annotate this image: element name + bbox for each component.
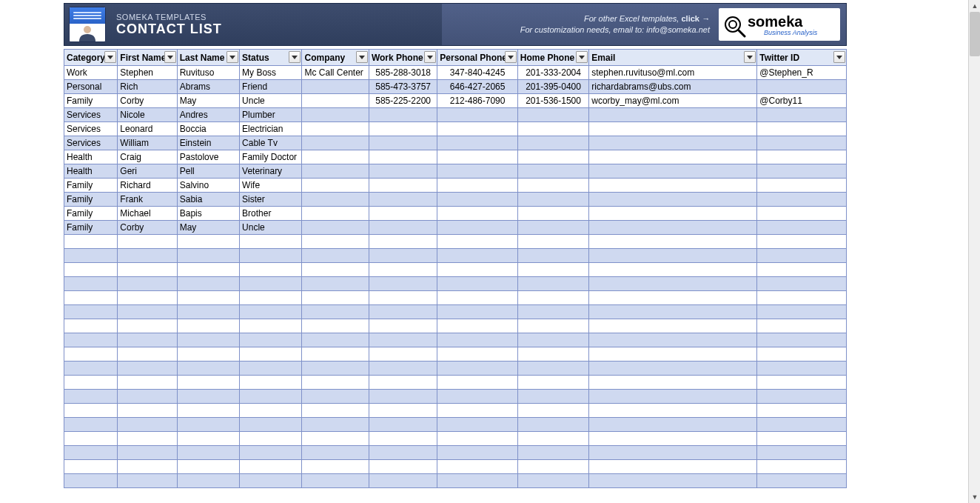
column-header-home_phone[interactable]: Home Phone xyxy=(517,50,588,66)
cell-personal_phone[interactable] xyxy=(437,446,518,460)
column-header-personal_phone[interactable]: Personal Phone xyxy=(437,50,518,66)
cell-home_phone[interactable] xyxy=(517,291,588,305)
cell-first_name[interactable] xyxy=(118,404,177,418)
cell-last_name[interactable] xyxy=(177,474,239,488)
cell-personal_phone[interactable] xyxy=(437,221,518,235)
cell-email[interactable] xyxy=(589,291,757,305)
filter-dropdown-icon[interactable] xyxy=(164,51,176,63)
table-row[interactable] xyxy=(64,390,847,404)
cell-status[interactable] xyxy=(240,263,302,277)
cell-email[interactable] xyxy=(589,404,757,418)
cell-home_phone[interactable]: 201-395-0400 xyxy=(517,80,588,94)
cell-work_phone[interactable] xyxy=(369,235,437,249)
cell-category[interactable]: Services xyxy=(64,108,118,122)
cell-home_phone[interactable]: 201-536-1500 xyxy=(517,94,588,108)
cell-status[interactable] xyxy=(240,249,302,263)
cell-company[interactable] xyxy=(302,179,369,193)
cell-last_name[interactable]: Pastolove xyxy=(177,150,239,164)
cell-first_name[interactable] xyxy=(118,460,177,474)
cell-home_phone[interactable] xyxy=(517,305,588,319)
cell-email[interactable] xyxy=(589,333,757,347)
cell-company[interactable] xyxy=(302,80,369,94)
cell-company[interactable] xyxy=(302,404,369,418)
cell-status[interactable]: Family Doctor xyxy=(240,150,302,164)
cell-home_phone[interactable] xyxy=(517,446,588,460)
cell-work_phone[interactable] xyxy=(369,362,437,376)
cell-email[interactable] xyxy=(589,362,757,376)
cell-company[interactable] xyxy=(302,207,369,221)
cell-email[interactable] xyxy=(589,221,757,235)
cell-company[interactable] xyxy=(302,460,369,474)
cell-category[interactable]: Family xyxy=(64,207,118,221)
table-row[interactable] xyxy=(64,362,847,376)
cell-last_name[interactable]: Salvino xyxy=(177,179,239,193)
filter-dropdown-icon[interactable] xyxy=(576,51,588,63)
cell-email[interactable]: wcorby_may@ml.com xyxy=(589,94,757,108)
cell-email[interactable] xyxy=(589,235,757,249)
cell-last_name[interactable] xyxy=(177,305,239,319)
cell-personal_phone[interactable] xyxy=(437,333,518,347)
cell-twitter[interactable] xyxy=(757,404,847,418)
cell-category[interactable] xyxy=(64,263,118,277)
cell-twitter[interactable] xyxy=(757,207,847,221)
cell-company[interactable] xyxy=(302,263,369,277)
cell-category[interactable] xyxy=(64,390,118,404)
cell-status[interactable]: My Boss xyxy=(240,66,302,80)
cell-company[interactable] xyxy=(302,319,369,333)
filter-dropdown-icon[interactable] xyxy=(356,51,368,63)
cell-work_phone[interactable] xyxy=(369,136,437,150)
cell-personal_phone[interactable] xyxy=(437,249,518,263)
filter-dropdown-icon[interactable] xyxy=(833,51,845,63)
table-row[interactable] xyxy=(64,347,847,362)
cell-work_phone[interactable] xyxy=(369,305,437,319)
cell-work_phone[interactable]: 585-288-3018 xyxy=(369,66,437,80)
cell-work_phone[interactable] xyxy=(369,376,437,390)
cell-last_name[interactable] xyxy=(177,263,239,277)
table-row[interactable] xyxy=(64,305,847,319)
table-row[interactable] xyxy=(64,263,847,277)
cell-first_name[interactable] xyxy=(118,362,177,376)
sheet-area[interactable]: SOMEKA TEMPLATES CONTACT LIST For other … xyxy=(0,0,968,503)
cell-category[interactable] xyxy=(64,235,118,249)
cell-category[interactable]: Services xyxy=(64,136,118,150)
cell-home_phone[interactable] xyxy=(517,263,588,277)
someka-logo[interactable]: someka Business Analysis xyxy=(719,8,840,41)
scroll-up-button[interactable]: ▲ xyxy=(969,0,980,12)
column-header-first_name[interactable]: First Name xyxy=(118,50,177,66)
table-row[interactable]: FamilyCorbyMayUncle585-225-2200212-486-7… xyxy=(64,94,847,108)
cell-twitter[interactable] xyxy=(757,305,847,319)
cell-first_name[interactable]: William xyxy=(118,136,177,150)
table-row[interactable]: PersonalRichAbramsFriend585-473-3757646-… xyxy=(64,80,847,94)
cell-category[interactable]: Family xyxy=(64,94,118,108)
cell-category[interactable]: Family xyxy=(64,179,118,193)
cell-category[interactable]: Family xyxy=(64,221,118,235)
table-row[interactable]: FamilyRichardSalvinoWife xyxy=(64,179,847,193)
cell-category[interactable]: Work xyxy=(64,66,118,80)
cell-work_phone[interactable] xyxy=(369,474,437,488)
cell-twitter[interactable] xyxy=(757,376,847,390)
cell-personal_phone[interactable]: 646-427-2065 xyxy=(437,80,518,94)
cell-twitter[interactable] xyxy=(757,362,847,376)
cell-company[interactable] xyxy=(302,150,369,164)
cell-twitter[interactable] xyxy=(757,179,847,193)
cell-status[interactable]: Cable Tv xyxy=(240,136,302,150)
cell-first_name[interactable]: Nicole xyxy=(118,108,177,122)
cell-status[interactable]: Veterinary xyxy=(240,164,302,179)
cell-work_phone[interactable] xyxy=(369,333,437,347)
cell-company[interactable] xyxy=(302,305,369,319)
filter-dropdown-icon[interactable] xyxy=(505,51,517,63)
cell-home_phone[interactable] xyxy=(517,108,588,122)
cell-email[interactable] xyxy=(589,277,757,291)
cell-home_phone[interactable] xyxy=(517,221,588,235)
cell-work_phone[interactable] xyxy=(369,347,437,362)
cell-email[interactable] xyxy=(589,193,757,207)
cell-company[interactable] xyxy=(302,291,369,305)
cell-status[interactable]: Wife xyxy=(240,179,302,193)
cell-last_name[interactable] xyxy=(177,291,239,305)
filter-dropdown-icon[interactable] xyxy=(289,51,301,63)
cell-twitter[interactable] xyxy=(757,319,847,333)
cell-email[interactable] xyxy=(589,446,757,460)
cell-email[interactable] xyxy=(589,432,757,446)
cell-status[interactable]: Brother xyxy=(240,207,302,221)
cell-last_name[interactable] xyxy=(177,446,239,460)
